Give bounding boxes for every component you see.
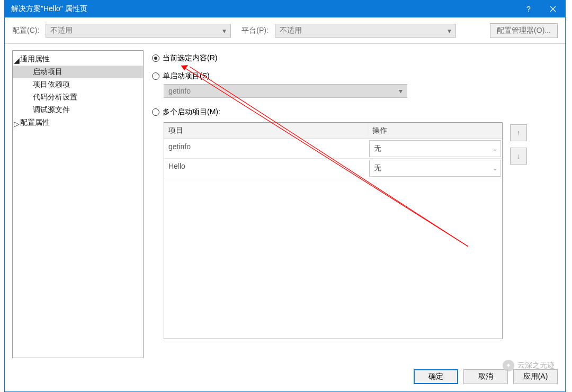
tree-item-code-analysis[interactable]: 代码分析设置 (13, 91, 143, 104)
grid-row[interactable]: getinfo 无⌄ (164, 139, 502, 159)
config-select[interactable]: 不适用 ▾ (46, 24, 231, 38)
arrow-up-icon: ↑ (517, 129, 521, 137)
config-label: 配置(C): (12, 26, 39, 35)
platform-select[interactable]: 不适用 ▾ (275, 24, 456, 38)
multi-startup-area: 项目 操作 getinfo 无⌄ Hello 无⌄ ↑ ↓ (164, 122, 558, 339)
tree-common-properties[interactable]: ◢ 通用属性 (13, 53, 143, 66)
category-tree[interactable]: ◢ 通用属性 启动项目 项目依赖项 代码分析设置 调试源文件 ▷ 配置属性 (12, 50, 144, 358)
chevron-down-icon: ⌄ (493, 165, 497, 172)
projects-grid[interactable]: 项目 操作 getinfo 无⌄ Hello 无⌄ (164, 122, 503, 339)
radio-single-startup[interactable]: 单启动项目(S) (152, 71, 558, 81)
chevron-down-icon: ▾ (448, 26, 451, 35)
single-startup-select[interactable]: getinfo ▾ (164, 84, 407, 98)
move-down-button[interactable]: ↓ (510, 148, 527, 165)
content-panel: 当前选定内容(R) 单启动项目(S) getinfo ▾ 多个启动项目(M): … (152, 50, 558, 358)
chevron-down-icon: ▾ (399, 87, 403, 95)
title-bar: 解决方案"Hello" 属性页 ? (5, 1, 565, 17)
reorder-buttons: ↑ ↓ (510, 124, 527, 339)
col-action: 操作 (368, 123, 502, 139)
chevron-down-icon: ⌄ (493, 145, 497, 152)
dialog-buttons: 确定 取消 应用(A) (414, 369, 558, 384)
grid-row[interactable]: Hello 无⌄ (164, 159, 502, 178)
radio-multi-startup[interactable]: 多个启动项目(M): (152, 107, 558, 117)
window-title: 解决方案"Hello" 属性页 (11, 4, 516, 14)
col-project: 项目 (164, 123, 368, 139)
radio-icon (152, 72, 159, 80)
config-manager-button[interactable]: 配置管理器(O)... (490, 23, 558, 38)
tree-item-dependencies[interactable]: 项目依赖项 (13, 78, 143, 91)
apply-button[interactable]: 应用(A) (513, 369, 558, 384)
arrow-down-icon: ↓ (517, 152, 521, 160)
expand-right-icon: ▷ (14, 120, 20, 128)
config-bar: 配置(C): 不适用 ▾ 平台(P): 不适用 ▾ 配置管理器(O)... (5, 17, 565, 44)
watermark: ✦ 云深之无迹 (503, 360, 555, 371)
platform-label: 平台(P): (242, 26, 269, 35)
chevron-down-icon: ▾ (222, 26, 226, 35)
radio-current-selection[interactable]: 当前选定内容(R) (152, 53, 558, 63)
action-select[interactable]: 无⌄ (369, 140, 501, 157)
close-button[interactable] (541, 1, 565, 17)
cancel-button[interactable]: 取消 (463, 369, 508, 384)
tree-config-properties[interactable]: ▷ 配置属性 (13, 116, 143, 129)
radio-icon (152, 108, 159, 116)
close-icon (550, 6, 556, 12)
radio-icon (152, 54, 159, 62)
move-up-button[interactable]: ↑ (510, 124, 527, 141)
expand-down-icon: ◢ (14, 56, 20, 65)
grid-header: 项目 操作 (164, 123, 502, 139)
dialog-body: ◢ 通用属性 启动项目 项目依赖项 代码分析设置 调试源文件 ▷ 配置属性 当前… (5, 44, 565, 364)
wechat-icon: ✦ (503, 360, 514, 371)
ok-button[interactable]: 确定 (414, 369, 458, 384)
tree-item-debug-source[interactable]: 调试源文件 (13, 104, 143, 116)
tree-item-startup[interactable]: 启动项目 (13, 66, 143, 78)
action-select[interactable]: 无⌄ (369, 160, 501, 177)
help-button[interactable]: ? (516, 1, 541, 17)
dialog-window: 解决方案"Hello" 属性页 ? 配置(C): 不适用 ▾ 平台(P): 不适… (4, 0, 566, 392)
